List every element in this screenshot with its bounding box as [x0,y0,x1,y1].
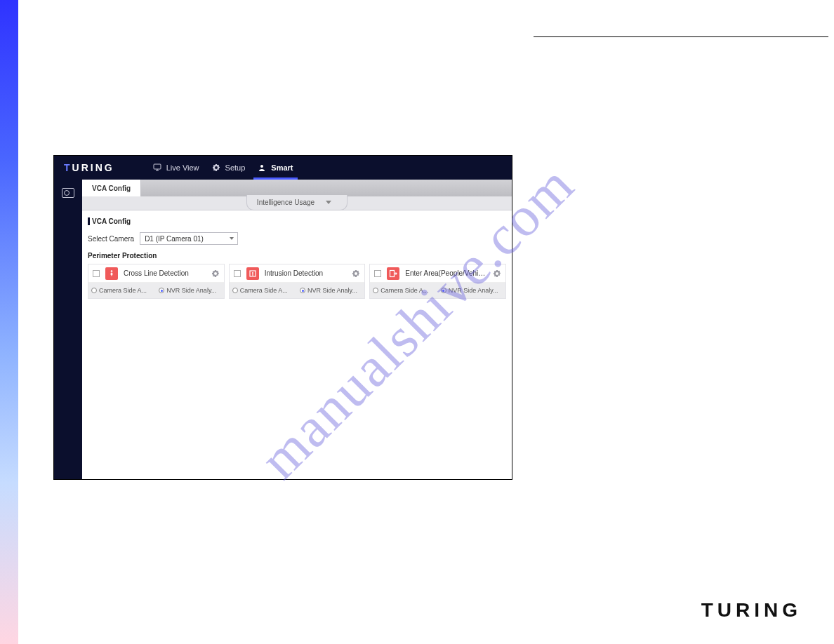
card-head: Cross Line Detection [88,264,224,283]
camera-select-value: D1 (IP Camera 01) [145,235,204,243]
vca-pane: VCA Config Select Camera D1 (IP Camera 0… [82,210,512,299]
radio-label: NVR Side Analy... [449,287,498,294]
gear-icon[interactable] [493,269,501,278]
vca-config-icon[interactable] [62,188,74,198]
svg-point-2 [111,270,113,272]
nav-smart[interactable]: Smart [258,156,293,180]
nav-live-view[interactable]: Live View [153,156,199,180]
usage-pill-label: Intelligence Usage [257,199,315,206]
app-body: VCA Config Intelligence Usage VCA Config… [54,180,512,479]
enter-area-icon [387,267,399,280]
radio-camera-side[interactable]: Camera Side A... [91,287,153,294]
camera-select-row: Select Camera D1 (IP Camera 01) [88,232,506,245]
radio-icon [441,288,446,293]
svg-point-4 [252,272,253,274]
nav-label: Smart [271,163,293,172]
tab-vca-config[interactable]: VCA Config [82,180,141,196]
gear-icon[interactable] [211,269,220,278]
chevron-down-icon [326,201,331,204]
app-window: TURING Live View Setup Smart [53,155,512,480]
radio-camera-side[interactable]: Camera Side A... [232,287,294,294]
titlebar: TURING Live View Setup Smart [54,156,512,180]
camera-select[interactable]: D1 (IP Camera 01) [140,232,238,245]
footer-brand: TURING [701,599,802,622]
svg-rect-5 [390,270,395,276]
radio-icon [373,288,378,293]
radio-label: NVR Side Analy... [166,287,216,294]
tab-bar: VCA Config [82,180,512,196]
brand-logo-text: URING [72,162,114,173]
brand-logo: TURING [64,162,114,173]
main-nav: Live View Setup Smart [153,156,293,180]
card-title: Enter Area(People/Vehicle ... [405,269,487,277]
perimeter-heading: Perimeter Protection [88,252,506,260]
radio-label: Camera Side A... [99,287,147,294]
radio-icon [159,288,164,293]
enable-checkbox[interactable] [374,270,381,277]
gear-icon [212,163,220,172]
user-icon [258,163,266,172]
radio-label: NVR Side Analy... [307,287,357,294]
radio-nvr-side[interactable]: NVR Side Analy... [300,287,362,294]
radio-icon [300,288,305,293]
card-options: Camera Side A... NVR Side Analy... [230,283,365,298]
intrusion-icon [246,267,259,280]
page-accent-bar [0,0,18,644]
monitor-icon [153,163,161,172]
radio-icon [91,288,97,293]
gear-icon[interactable] [352,269,360,278]
radio-icon [232,288,238,293]
side-rail [54,180,82,479]
card-options: Camera Side A... NVR Side Analy... [88,283,224,298]
detection-cards: Cross Line Detection Camera Side A... [88,264,506,299]
card-title: Cross Line Detection [124,269,206,277]
sub-bar: Intelligence Usage [82,196,512,210]
content-pane: VCA Config Intelligence Usage VCA Config… [82,180,512,479]
radio-nvr-side[interactable]: NVR Side Analy... [441,287,503,294]
card-intrusion: Intrusion Detection Camera Side A... [229,264,366,299]
svg-point-1 [260,165,263,168]
radio-label: Camera Side A... [380,287,428,294]
radio-label: Camera Side A... [240,287,288,294]
card-title: Intrusion Detection [265,269,347,277]
radio-camera-side[interactable]: Camera Side A... [373,287,435,294]
section-title: VCA Config [88,217,506,225]
card-head: Enter Area(People/Vehicle ... [370,264,505,283]
card-enter-area: Enter Area(People/Vehicle ... Camera Sid… [369,264,506,299]
card-options: Camera Side A... NVR Side Analy... [370,283,505,298]
svg-rect-0 [154,164,161,169]
nav-setup[interactable]: Setup [212,156,246,180]
enable-checkbox[interactable] [234,270,241,277]
intelligence-usage-toggle[interactable]: Intelligence Usage [246,195,348,210]
select-camera-label: Select Camera [88,235,134,243]
card-cross-line: Cross Line Detection Camera Side A... [88,264,225,299]
tab-label: VCA Config [92,185,131,192]
card-head: Intrusion Detection [230,264,365,283]
nav-label: Setup [225,163,246,172]
cross-line-icon [105,267,118,280]
header-rule [534,36,828,37]
nav-label: Live View [166,163,199,172]
enable-checkbox[interactable] [93,270,100,277]
radio-nvr-side[interactable]: NVR Side Analy... [159,287,220,294]
